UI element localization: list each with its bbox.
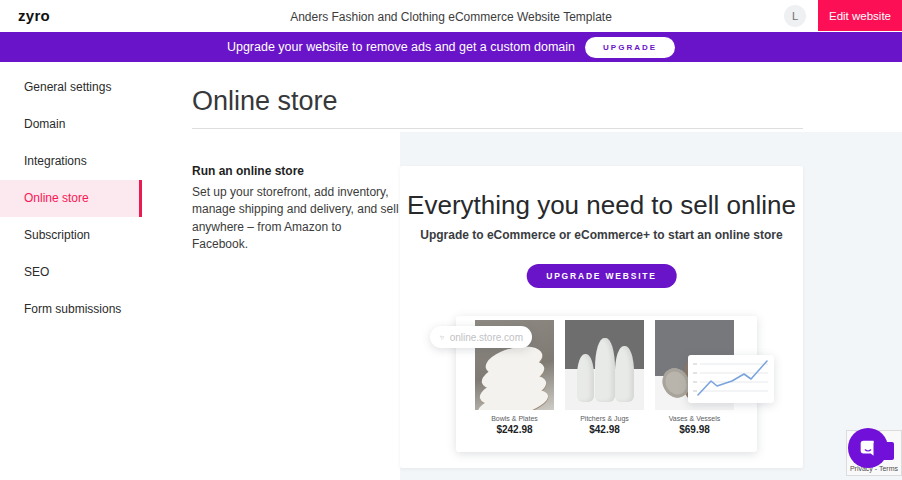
product-photo-jugs	[565, 320, 644, 410]
sidebar-item-domain[interactable]: Domain	[0, 106, 142, 143]
site-template-title: Anders Fashion and Clothing eCommerce We…	[0, 10, 902, 24]
product-item: Pitchers & Jugs $42.98	[565, 320, 644, 435]
upgrade-banner: Upgrade your website to remove ads and g…	[0, 32, 902, 62]
ecommerce-upsell-card: Everything you need to sell online Upgra…	[400, 166, 803, 468]
section-description: Set up your storefront, add inventory, m…	[192, 184, 400, 254]
chat-launcher-button[interactable]	[848, 428, 888, 468]
top-header: zyro Anders Fashion and Clothing eCommer…	[0, 0, 902, 32]
page-title: Online store	[192, 86, 338, 117]
banner-upgrade-button[interactable]: UPGRADE	[585, 37, 675, 58]
sidebar-item-integrations[interactable]: Integrations	[0, 143, 142, 180]
edit-website-button[interactable]: Edit website	[818, 0, 902, 31]
user-avatar[interactable]: L	[784, 5, 806, 27]
product-name: Pitchers & Jugs	[565, 415, 644, 422]
chart-line	[698, 361, 767, 395]
store-url-text: online.store.com	[450, 332, 523, 343]
settings-sidebar: General settings Domain Integrations Onl…	[0, 62, 142, 480]
sales-line-chart	[688, 355, 774, 403]
product-price: $42.98	[565, 424, 644, 435]
card-subheading: Upgrade to eCommerce or eCommerce+ to st…	[400, 228, 803, 242]
sales-chart-card	[688, 355, 774, 403]
product-price: $242.98	[475, 424, 554, 435]
banner-message: Upgrade your website to remove ads and g…	[227, 40, 575, 54]
card-heading: Everything you need to sell online	[400, 190, 803, 221]
store-url-pill: online.store.com	[430, 326, 532, 348]
chat-bubble-icon	[857, 437, 879, 459]
section-heading: Run an online store	[192, 164, 304, 178]
product-name: Vases & Vessels	[655, 415, 734, 422]
product-name: Bowls & Plates	[475, 415, 554, 422]
upgrade-website-button[interactable]: UPGRADE WEBSITE	[526, 264, 677, 288]
sidebar-item-online-store[interactable]: Online store	[0, 180, 142, 217]
product-price: $69.98	[655, 424, 734, 435]
sidebar-item-general-settings[interactable]: General settings	[0, 69, 142, 106]
app-window: zyro Anders Fashion and Clothing eCommer…	[0, 0, 902, 480]
title-divider	[192, 128, 803, 129]
sidebar-item-subscription[interactable]: Subscription	[0, 217, 142, 254]
sidebar-item-seo[interactable]: SEO	[0, 254, 142, 291]
shopping-cart-icon	[439, 331, 445, 344]
sidebar-item-form-submissions[interactable]: Form submissions	[0, 291, 142, 328]
